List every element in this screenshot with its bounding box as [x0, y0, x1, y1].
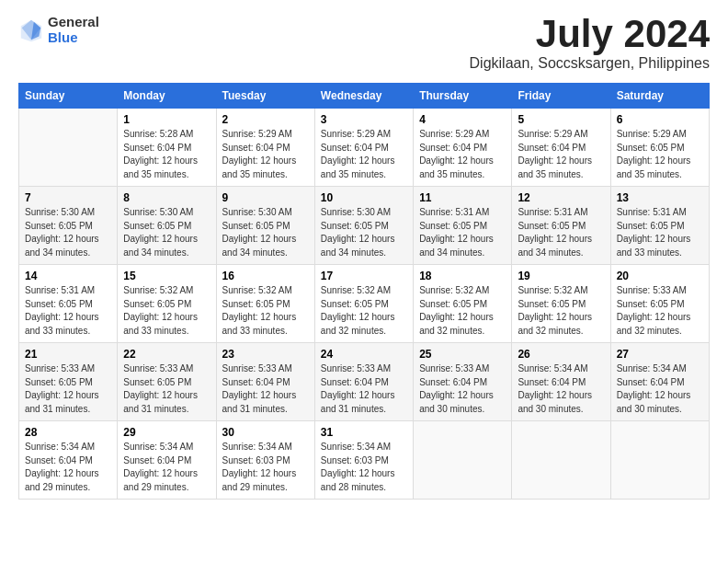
calendar-cell: 22Sunrise: 5:33 AM Sunset: 6:05 PM Dayli… — [118, 343, 216, 421]
calendar-cell: 12Sunrise: 5:31 AM Sunset: 6:05 PM Dayli… — [512, 187, 610, 265]
day-info: Sunrise: 5:34 AM Sunset: 6:03 PM Dayligh… — [321, 441, 407, 494]
day-info: Sunrise: 5:33 AM Sunset: 6:04 PM Dayligh… — [321, 362, 407, 416]
day-info: Sunrise: 5:34 AM Sunset: 6:04 PM Dayligh… — [123, 441, 210, 494]
day-number: 7 — [25, 191, 111, 204]
title-section: July 2024 Digkilaan, Soccsksargen, Phili… — [470, 15, 710, 72]
calendar-cell: 14Sunrise: 5:31 AM Sunset: 6:05 PM Dayli… — [19, 265, 118, 343]
day-number: 8 — [123, 191, 210, 204]
calendar-cell: 30Sunrise: 5:34 AM Sunset: 6:03 PM Dayli… — [216, 421, 314, 500]
day-number: 6 — [617, 113, 703, 126]
calendar-cell: 7Sunrise: 5:30 AM Sunset: 6:05 PM Daylig… — [19, 187, 118, 265]
calendar-cell: 21Sunrise: 5:33 AM Sunset: 6:05 PM Dayli… — [19, 343, 118, 421]
calendar-header: Sunday Monday Tuesday Wednesday Thursday… — [19, 84, 710, 109]
calendar-cell: 29Sunrise: 5:34 AM Sunset: 6:04 PM Dayli… — [118, 421, 216, 500]
calendar-cell — [19, 109, 118, 187]
calendar-cell: 27Sunrise: 5:34 AM Sunset: 6:04 PM Dayli… — [610, 343, 709, 421]
calendar-cell — [414, 421, 512, 500]
day-info: Sunrise: 5:30 AM Sunset: 6:05 PM Dayligh… — [321, 206, 407, 259]
day-number: 9 — [222, 191, 309, 204]
day-number: 18 — [419, 270, 506, 282]
day-number: 17 — [321, 270, 407, 282]
calendar-cell: 28Sunrise: 5:34 AM Sunset: 6:04 PM Dayli… — [19, 421, 118, 500]
day-info: Sunrise: 5:31 AM Sunset: 6:05 PM Dayligh… — [419, 206, 506, 259]
calendar-cell: 6Sunrise: 5:29 AM Sunset: 6:05 PM Daylig… — [610, 109, 709, 187]
day-info: Sunrise: 5:29 AM Sunset: 6:04 PM Dayligh… — [321, 128, 407, 181]
day-info: Sunrise: 5:32 AM Sunset: 6:05 PM Dayligh… — [321, 284, 407, 338]
day-number: 1 — [123, 113, 210, 126]
day-info: Sunrise: 5:32 AM Sunset: 6:05 PM Dayligh… — [123, 284, 210, 338]
day-number: 19 — [518, 270, 604, 282]
calendar-cell: 24Sunrise: 5:33 AM Sunset: 6:04 PM Dayli… — [314, 343, 413, 421]
calendar-cell: 9Sunrise: 5:30 AM Sunset: 6:05 PM Daylig… — [216, 187, 314, 265]
day-number: 26 — [518, 348, 604, 361]
day-info: Sunrise: 5:30 AM Sunset: 6:05 PM Dayligh… — [222, 206, 309, 259]
col-thursday: Thursday — [414, 84, 512, 109]
day-info: Sunrise: 5:31 AM Sunset: 6:05 PM Dayligh… — [518, 206, 604, 259]
day-number: 5 — [518, 113, 604, 126]
calendar-cell — [610, 421, 709, 500]
calendar-cell: 3Sunrise: 5:29 AM Sunset: 6:04 PM Daylig… — [314, 109, 413, 187]
col-sunday: Sunday — [19, 84, 118, 109]
calendar-cell: 1Sunrise: 5:28 AM Sunset: 6:04 PM Daylig… — [118, 109, 216, 187]
calendar-cell: 5Sunrise: 5:29 AM Sunset: 6:04 PM Daylig… — [512, 109, 610, 187]
day-info: Sunrise: 5:33 AM Sunset: 6:04 PM Dayligh… — [222, 362, 309, 416]
logo-icon — [18, 17, 44, 43]
calendar-cell: 4Sunrise: 5:29 AM Sunset: 6:04 PM Daylig… — [414, 109, 512, 187]
calendar-week-3: 14Sunrise: 5:31 AM Sunset: 6:05 PM Dayli… — [19, 265, 710, 343]
day-number: 10 — [321, 191, 407, 204]
calendar-cell: 31Sunrise: 5:34 AM Sunset: 6:03 PM Dayli… — [314, 421, 413, 500]
day-number: 23 — [222, 348, 309, 361]
day-info: Sunrise: 5:34 AM Sunset: 6:04 PM Dayligh… — [518, 362, 604, 416]
day-info: Sunrise: 5:33 AM Sunset: 6:05 PM Dayligh… — [123, 362, 210, 416]
day-info: Sunrise: 5:29 AM Sunset: 6:04 PM Dayligh… — [419, 128, 506, 181]
day-info: Sunrise: 5:32 AM Sunset: 6:05 PM Dayligh… — [518, 284, 604, 338]
day-info: Sunrise: 5:32 AM Sunset: 6:05 PM Dayligh… — [222, 284, 309, 338]
header-row: Sunday Monday Tuesday Wednesday Thursday… — [19, 84, 710, 109]
day-number: 14 — [25, 270, 111, 282]
day-info: Sunrise: 5:34 AM Sunset: 6:04 PM Dayligh… — [617, 362, 703, 416]
day-number: 28 — [25, 426, 111, 439]
day-number: 25 — [419, 348, 506, 361]
location-title: Digkilaan, Soccsksargen, Philippines — [470, 55, 710, 72]
col-saturday: Saturday — [610, 84, 709, 109]
calendar-cell: 13Sunrise: 5:31 AM Sunset: 6:05 PM Dayli… — [610, 187, 709, 265]
calendar-cell: 25Sunrise: 5:33 AM Sunset: 6:04 PM Dayli… — [414, 343, 512, 421]
day-number: 16 — [222, 270, 309, 282]
day-info: Sunrise: 5:33 AM Sunset: 6:05 PM Dayligh… — [25, 362, 111, 416]
calendar-cell: 8Sunrise: 5:30 AM Sunset: 6:05 PM Daylig… — [118, 187, 216, 265]
calendar-cell: 16Sunrise: 5:32 AM Sunset: 6:05 PM Dayli… — [216, 265, 314, 343]
day-number: 2 — [222, 113, 309, 126]
col-monday: Monday — [118, 84, 216, 109]
calendar-cell: 23Sunrise: 5:33 AM Sunset: 6:04 PM Dayli… — [216, 343, 314, 421]
calendar-cell — [512, 421, 610, 500]
day-info: Sunrise: 5:31 AM Sunset: 6:05 PM Dayligh… — [617, 206, 703, 259]
day-info: Sunrise: 5:30 AM Sunset: 6:05 PM Dayligh… — [25, 206, 111, 259]
day-info: Sunrise: 5:34 AM Sunset: 6:04 PM Dayligh… — [25, 441, 111, 494]
calendar-table: Sunday Monday Tuesday Wednesday Thursday… — [18, 83, 710, 500]
day-info: Sunrise: 5:33 AM Sunset: 6:04 PM Dayligh… — [419, 362, 506, 416]
day-number: 30 — [222, 426, 309, 439]
day-info: Sunrise: 5:30 AM Sunset: 6:05 PM Dayligh… — [123, 206, 210, 259]
col-friday: Friday — [512, 84, 610, 109]
day-info: Sunrise: 5:29 AM Sunset: 6:04 PM Dayligh… — [222, 128, 309, 181]
day-number: 3 — [321, 113, 407, 126]
calendar-cell: 10Sunrise: 5:30 AM Sunset: 6:05 PM Dayli… — [314, 187, 413, 265]
logo-text: General Blue — [48, 15, 99, 45]
calendar-week-2: 7Sunrise: 5:30 AM Sunset: 6:05 PM Daylig… — [19, 187, 710, 265]
logo-general-text: General — [48, 15, 99, 30]
calendar-cell: 17Sunrise: 5:32 AM Sunset: 6:05 PM Dayli… — [314, 265, 413, 343]
calendar-cell: 20Sunrise: 5:33 AM Sunset: 6:05 PM Dayli… — [610, 265, 709, 343]
day-number: 11 — [419, 191, 506, 204]
calendar-cell: 19Sunrise: 5:32 AM Sunset: 6:05 PM Dayli… — [512, 265, 610, 343]
day-info: Sunrise: 5:33 AM Sunset: 6:05 PM Dayligh… — [617, 284, 703, 338]
day-number: 20 — [617, 270, 703, 282]
calendar-cell: 26Sunrise: 5:34 AM Sunset: 6:04 PM Dayli… — [512, 343, 610, 421]
calendar-cell: 2Sunrise: 5:29 AM Sunset: 6:04 PM Daylig… — [216, 109, 314, 187]
day-number: 15 — [123, 270, 210, 282]
day-number: 24 — [321, 348, 407, 361]
day-number: 12 — [518, 191, 604, 204]
day-number: 21 — [25, 348, 111, 361]
day-number: 27 — [617, 348, 703, 361]
calendar-week-5: 28Sunrise: 5:34 AM Sunset: 6:04 PM Dayli… — [19, 421, 710, 500]
day-info: Sunrise: 5:29 AM Sunset: 6:04 PM Dayligh… — [518, 128, 604, 181]
